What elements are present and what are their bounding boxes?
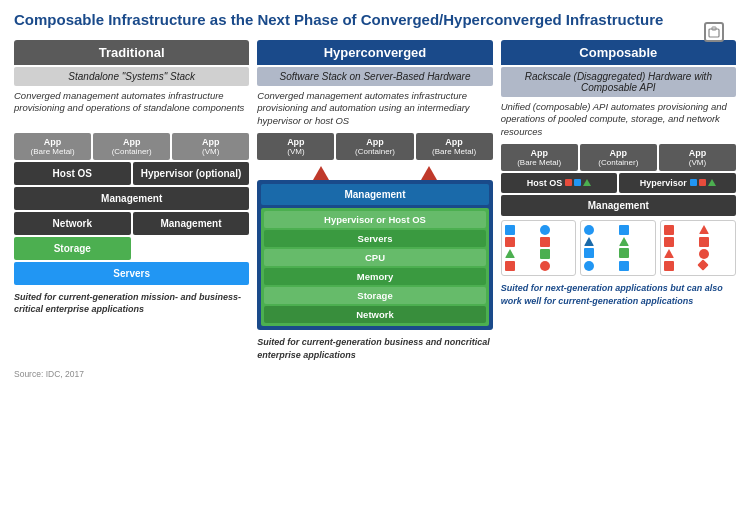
composable-caption: Suited for next-generation applications …: [501, 282, 736, 307]
hyperconverged-header: Hyperconverged: [257, 40, 492, 65]
hyp-memory: Memory: [264, 268, 485, 285]
rc1-item7: [505, 261, 515, 271]
comp-host-os: Host OS: [501, 173, 618, 193]
traditional-column: Traditional Standalone "Systems" Stack C…: [14, 40, 249, 362]
icon-green-tri: [583, 179, 591, 186]
rc3-item4: [699, 237, 709, 247]
arrow-right: [421, 166, 437, 180]
comp-hypervisor: Hypervisor: [619, 173, 736, 193]
rc1-item5: [505, 249, 515, 258]
columns-container: Traditional Standalone "Systems" Stack C…: [14, 40, 736, 362]
traditional-caption: Suited for current-generation mission- a…: [14, 291, 249, 316]
composable-management: Management: [501, 195, 736, 216]
network-block: Network: [14, 212, 131, 235]
app-vm: App(VM): [172, 133, 249, 160]
storage-block: Storage: [14, 237, 131, 260]
management-block-1: Management: [14, 187, 249, 210]
traditional-apps: App(Bare Metal) App(Container) App(VM): [14, 133, 249, 160]
traditional-blocks: Host OS Hypervisor (optional) Management…: [14, 162, 249, 285]
servers-block: Servers: [14, 262, 249, 285]
rc1-item2: [540, 225, 550, 235]
arrows-row: [257, 162, 492, 180]
icon-red-sq: [565, 179, 572, 186]
rc3-item6: [699, 249, 709, 259]
rc2-item3: [584, 237, 594, 246]
rc2-item4: [619, 237, 629, 246]
arrow-left: [313, 166, 329, 180]
rc3-item7: [664, 261, 674, 271]
icon-blue-sq2: [690, 179, 697, 186]
hyp-app-container: App(Container): [336, 133, 413, 160]
rc1-item8: [540, 261, 550, 271]
comp-host-os-icons: [565, 179, 591, 186]
comp-hypervisor-label: Hypervisor: [640, 178, 687, 188]
resource-card-2: [580, 220, 656, 276]
rc2-item7: [584, 261, 594, 271]
rc1-item1: [505, 225, 515, 235]
host-os-block: Host OS: [14, 162, 131, 185]
icon-blue-sq: [574, 179, 581, 186]
hyperconverged-main: Management Hypervisor or Host OS Servers…: [257, 180, 492, 330]
resource-card-1: [501, 220, 577, 276]
icon-green-tri2: [708, 179, 716, 186]
traditional-header: Traditional: [14, 40, 249, 65]
hyperconverged-caption: Suited for current-generation business a…: [257, 336, 492, 361]
hyp-app-bare-metal: App(Bare Metal): [416, 133, 493, 160]
rc2-item1: [584, 225, 594, 235]
hyperconverged-subheader: Software Stack on Server-Based Hardware: [257, 67, 492, 86]
hyp-management: Management: [261, 184, 488, 205]
icon-red-sq2: [699, 179, 706, 186]
composable-desc: Unified (composable) API automates provi…: [501, 101, 736, 139]
composable-os-row: Host OS Hypervisor: [501, 173, 736, 193]
source-text: Source: IDC, 2017: [14, 369, 736, 379]
management-block-2: Management: [133, 212, 250, 235]
composable-apps: App(Bare Metal) App(Container) App(VM): [501, 144, 736, 171]
title-row: Composable Infrastructure as the Next Ph…: [14, 10, 736, 30]
hyp-inner-stack: Hypervisor or Host OS Servers CPU Memory…: [261, 208, 488, 326]
hyp-cpu: CPU: [264, 249, 485, 266]
composable-header: Composable: [501, 40, 736, 65]
hypervisor-block: Hypervisor (optional): [133, 162, 250, 185]
page-title: Composable Infrastructure as the Next Ph…: [14, 10, 736, 30]
comp-host-os-label: Host OS: [527, 178, 563, 188]
app-container: App(Container): [93, 133, 170, 160]
hyp-app-vm: App(VM): [257, 133, 334, 160]
rc2-item5: [584, 248, 594, 258]
rc2-item6: [619, 248, 629, 258]
comp-app-container: App(Container): [580, 144, 657, 171]
rc2-item8: [619, 261, 629, 271]
comp-app-vm: App(VM): [659, 144, 736, 171]
hyperconverged-column: Hyperconverged Software Stack on Server-…: [257, 40, 492, 362]
composable-column: Composable Rackscale (Disaggregated) Har…: [501, 40, 736, 362]
rc3-item1: [664, 225, 674, 235]
rc3-item8: [697, 259, 708, 270]
composable-subheader: Rackscale (Disaggregated) Hardware with …: [501, 67, 736, 97]
screenshot-icon[interactable]: [704, 22, 724, 42]
rc2-item2: [619, 225, 629, 235]
rc1-item3: [505, 237, 515, 247]
traditional-desc: Converged management automates infrastru…: [14, 90, 249, 128]
traditional-subheader: Standalone "Systems" Stack: [14, 67, 249, 86]
hyperconverged-apps: App(VM) App(Container) App(Bare Metal): [257, 133, 492, 160]
resource-cards: [501, 220, 736, 276]
comp-app-bare-metal: App(Bare Metal): [501, 144, 578, 171]
hyp-network: Network: [264, 306, 485, 323]
rc3-item3: [664, 237, 674, 247]
resource-card-3: [660, 220, 736, 276]
hyperconverged-desc: Converged management automates infrastru…: [257, 90, 492, 128]
comp-hypervisor-icons: [690, 179, 716, 186]
hyp-hypervisor: Hypervisor or Host OS: [264, 211, 485, 228]
hyp-storage: Storage: [264, 287, 485, 304]
rc1-item4: [540, 237, 550, 247]
rc3-item5: [664, 249, 674, 258]
hyp-servers: Servers: [264, 230, 485, 247]
rc1-item6: [540, 249, 550, 259]
rc3-item2: [699, 225, 709, 234]
app-bare-metal: App(Bare Metal): [14, 133, 91, 160]
